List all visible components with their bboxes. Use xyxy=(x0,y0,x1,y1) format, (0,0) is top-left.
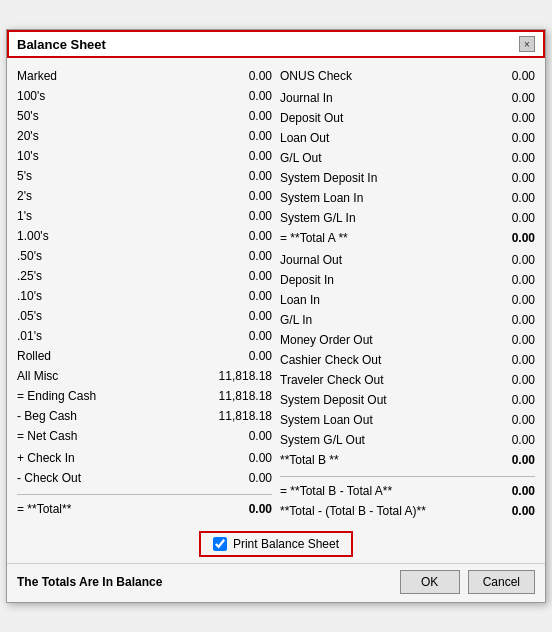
row-label: .01's xyxy=(17,327,202,345)
row-label: Journal In xyxy=(280,89,465,107)
print-checkbox-label: Print Balance Sheet xyxy=(233,537,339,551)
row-value: 0.00 xyxy=(202,427,272,445)
row-value: 0.00 xyxy=(465,149,535,167)
row-label: Deposit Out xyxy=(280,109,465,127)
row-label: - Beg Cash xyxy=(17,407,202,425)
right-row: **Total B **0.00 xyxy=(280,450,535,470)
right-row: = **Total B - Total A**0.00 xyxy=(280,481,535,501)
right-row: Money Order Out0.00 xyxy=(280,330,535,350)
right-row: System Loan Out0.00 xyxy=(280,410,535,430)
row-label: System Deposit In xyxy=(280,169,465,187)
row-label: 5's xyxy=(17,167,202,185)
row-label: Loan Out xyxy=(280,129,465,147)
left-row: .01's0.00 xyxy=(17,326,272,346)
left-row: .10's0.00 xyxy=(17,286,272,306)
right-row: Cashier Check Out0.00 xyxy=(280,350,535,370)
right-row xyxy=(280,470,535,472)
row-value: 0.00 xyxy=(465,331,535,349)
row-value: 0.00 xyxy=(202,307,272,325)
left-row: = Ending Cash11,818.18 xyxy=(17,386,272,406)
left-column: Marked0.00100's0.0050's0.0020's0.0010's0… xyxy=(17,66,272,521)
row-label: .05's xyxy=(17,307,202,325)
row-value: 11,818.18 xyxy=(202,387,272,405)
row-value: 0.00 xyxy=(465,351,535,369)
right-row: System Deposit Out0.00 xyxy=(280,390,535,410)
right-row: Loan Out0.00 xyxy=(280,128,535,148)
row-label: = Net Cash xyxy=(17,427,202,445)
left-row: 100's0.00 xyxy=(17,86,272,106)
right-row: Traveler Check Out0.00 xyxy=(280,370,535,390)
row-label: Loan In xyxy=(280,291,465,309)
print-checkbox[interactable] xyxy=(213,537,227,551)
row-label: System G/L In xyxy=(280,209,465,227)
row-value: 0.00 xyxy=(202,227,272,245)
row-label: Journal Out xyxy=(280,251,465,269)
row-label: + Check In xyxy=(17,449,202,467)
button-group: OK Cancel xyxy=(400,570,535,594)
left-row: 50's0.00 xyxy=(17,106,272,126)
row-value: 0.00 xyxy=(202,267,272,285)
row-label: Cashier Check Out xyxy=(280,351,465,369)
row-value: 11,818.18 xyxy=(202,407,272,425)
row-value: 0.00 xyxy=(465,431,535,449)
row-label: All Misc xyxy=(17,367,202,385)
row-value: 0.00 xyxy=(465,291,535,309)
row-label: 2's xyxy=(17,187,202,205)
left-row: Rolled0.00 xyxy=(17,346,272,366)
dialog-title: Balance Sheet xyxy=(17,37,106,52)
row-label: - Check Out xyxy=(17,469,202,487)
row-value: 0.00 xyxy=(202,207,272,225)
right-row: ONUS Check0.00 xyxy=(280,66,535,86)
totals-status: The Totals Are In Balance xyxy=(17,575,162,589)
row-value: 0.00 xyxy=(202,469,272,487)
row-value: 0.00 xyxy=(202,187,272,205)
row-value: 0.00 xyxy=(465,271,535,289)
right-row: **Total - (Total B - Total A)**0.00 xyxy=(280,501,535,521)
row-value: 0.00 xyxy=(465,209,535,227)
right-row: System Loan In0.00 xyxy=(280,188,535,208)
row-label: **Total B ** xyxy=(280,451,465,469)
row-label: = Ending Cash xyxy=(17,387,202,405)
left-row: 1.00's0.00 xyxy=(17,226,272,246)
left-row: = Net Cash0.00 xyxy=(17,426,272,446)
row-value: 0.00 xyxy=(202,449,272,467)
row-label: System G/L Out xyxy=(280,431,465,449)
row-value: 0.00 xyxy=(465,169,535,187)
row-value: 0.00 xyxy=(465,251,535,269)
row-label: Money Order Out xyxy=(280,331,465,349)
row-label: = **Total A ** xyxy=(280,229,465,247)
row-value: 0.00 xyxy=(202,87,272,105)
right-row: System Deposit In0.00 xyxy=(280,168,535,188)
left-row: .25's0.00 xyxy=(17,266,272,286)
left-row: .05's0.00 xyxy=(17,306,272,326)
ok-button[interactable]: OK xyxy=(400,570,460,594)
row-label: .10's xyxy=(17,287,202,305)
row-label: Marked xyxy=(17,67,202,85)
row-label: Traveler Check Out xyxy=(280,371,465,389)
right-row: Journal Out0.00 xyxy=(280,250,535,270)
left-row: - Check Out0.00 xyxy=(17,468,272,488)
row-label: Rolled xyxy=(17,347,202,365)
title-bar: Balance Sheet × xyxy=(7,30,545,58)
row-value: 0.00 xyxy=(465,89,535,107)
row-label: .25's xyxy=(17,267,202,285)
row-value: 0.00 xyxy=(202,107,272,125)
close-button[interactable]: × xyxy=(519,36,535,52)
row-value: 0.00 xyxy=(202,167,272,185)
print-checkbox-container[interactable]: Print Balance Sheet xyxy=(199,531,353,557)
row-label: System Loan In xyxy=(280,189,465,207)
left-row: - Beg Cash11,818.18 xyxy=(17,406,272,426)
left-row: 5's0.00 xyxy=(17,166,272,186)
cancel-button[interactable]: Cancel xyxy=(468,570,535,594)
row-label: 10's xyxy=(17,147,202,165)
left-row xyxy=(17,488,272,490)
right-column: ONUS Check0.00Journal In0.00Deposit Out0… xyxy=(280,66,535,521)
row-label: 20's xyxy=(17,127,202,145)
left-row: 2's0.00 xyxy=(17,186,272,206)
row-value: 0.00 xyxy=(465,482,535,500)
row-value: 0.00 xyxy=(465,371,535,389)
row-value: 0.00 xyxy=(465,451,535,469)
row-value: 0.00 xyxy=(202,287,272,305)
left-row: = **Total**0.00 xyxy=(17,499,272,519)
row-label: G/L Out xyxy=(280,149,465,167)
